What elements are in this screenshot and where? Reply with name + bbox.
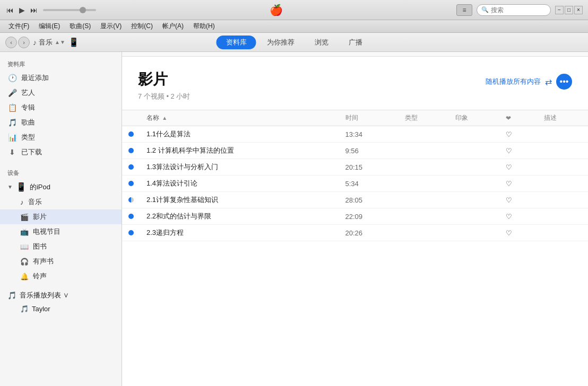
menu-item-s[interactable]: 歌曲(S) [65,21,95,32]
track-dot-cell [122,208,140,225]
sidebar-item-albums[interactable]: 📋 专辑 [0,100,122,115]
progress-bar[interactable] [43,9,96,11]
device-sub-books[interactable]: 📖 图书 [0,239,122,254]
track-heart[interactable]: ♡ [499,192,537,208]
minimize-button[interactable]: − [555,6,564,14]
track-dot [128,131,134,137]
nav-category: ♪ 音乐 ▲▼ [33,38,65,47]
ipod-icon: 📱 [16,182,27,192]
tab-资料库[interactable]: 资料库 [217,36,256,49]
track-heart[interactable]: ♡ [499,126,537,143]
track-name: 2.1计算复杂性基础知识 [140,192,339,208]
menu-item-a[interactable]: 帐户(A) [158,21,188,32]
device-sub-movies[interactable]: 🎬 影片 [0,209,122,224]
music-icon: ♪ [33,38,37,47]
device-tv-icon: 📺 [20,228,29,236]
search-input[interactable] [491,6,546,14]
genre-icon: 📊 [7,133,17,142]
shuffle-icon[interactable]: ⇄ [545,77,552,87]
sidebar-label-artists: 艺人 [21,88,35,98]
track-heart[interactable]: ♡ [499,225,537,241]
track-table: 名称 ▲ 时间 类型 印象 ❤ 描述 1.1什么是算法13:34♡1.2 计算机… [122,110,588,241]
track-desc [538,143,588,159]
track-type [399,192,449,208]
back-arrow[interactable]: ‹ [5,37,17,48]
tab-bar: 资料库为你推荐浏览广播 [217,36,372,49]
track-dot-cell [122,159,140,176]
track-impression [449,159,499,176]
table-row[interactable]: 2.2和式的估计与界限22:09♡ [122,208,588,225]
sidebar-label-genres: 类型 [21,133,35,142]
track-dot [128,214,134,219]
forward-arrow[interactable]: › [18,37,30,48]
device-expand-arrow: ▼ [7,184,13,190]
main-layout: 资料库 🕐 最近添加 🎤 艺人 📋 专辑 🎵 歌曲 📊 类型 ⬇ 已下载 设备 … [0,52,588,386]
track-dot [128,197,134,203]
table-row[interactable]: 1.3算法设计与分析入门20:15♡ [122,159,588,176]
menu-item-f[interactable]: 文件(F) [4,21,33,32]
album-icon: 📋 [7,103,17,112]
menu-item-c[interactable]: 控制(C) [127,21,157,32]
list-view-button[interactable]: ≡ [456,4,472,16]
tab-浏览[interactable]: 浏览 [305,36,338,49]
more-button[interactable]: ••• [556,74,572,90]
sidebar-label-recent: 最近添加 [21,73,49,83]
track-heart[interactable]: ♡ [499,143,537,159]
track-desc [538,159,588,176]
track-desc [538,176,588,192]
maximize-button[interactable]: □ [565,6,573,14]
track-name: 1.3算法设计与分析入门 [140,159,339,176]
rewind-button[interactable]: ⏮ [5,6,15,14]
shuffle-label[interactable]: 随机播放所有内容 [486,77,541,86]
sidebar-item-songs[interactable]: 🎵 歌曲 [0,115,122,130]
track-duration: 5:34 [339,176,399,192]
sidebar-label-albums: 专辑 [21,103,35,112]
social-sub-taylor[interactable]: 🎵 Taylor [0,303,122,315]
sidebar-item-recent[interactable]: 🕐 最近添加 [0,71,122,85]
sidebar-item-downloaded[interactable]: ⬇ 已下载 [0,145,122,160]
taylor-icon: 🎵 [20,305,29,313]
sidebar-item-genres[interactable]: 📊 类型 [0,130,122,145]
close-button[interactable]: × [574,6,583,14]
track-duration: 22:09 [339,208,399,225]
track-heart[interactable]: ♡ [499,176,537,192]
menu-item-e[interactable]: 编辑(E) [34,21,64,32]
table-row[interactable]: 2.1计算复杂性基础知识28:05♡ [122,192,588,208]
category-sort-arrows[interactable]: ▲▼ [55,40,65,45]
title-bar-left: ⏮ ▶ ⏭ [5,6,96,14]
device-row[interactable]: ▼ 📱 的iPod [0,179,122,195]
table-row[interactable]: 1.2 计算机科学中算法的位置9:56♡ [122,143,588,159]
play-button[interactable]: ▶ [18,6,26,14]
device-sub-tvshows[interactable]: 📺 电视节目 [0,224,122,239]
songs-icon: 🎵 [7,118,17,127]
social-row[interactable]: 🎵 音乐播放列表 ∨ [0,288,122,303]
menu-item-v[interactable]: 显示(V) [96,21,126,32]
recent-icon: 🕐 [7,74,17,82]
content-actions: 随机播放所有内容 ⇄ ••• [486,74,572,90]
category-label: 音乐 [39,38,53,47]
search-icon: 🔍 [481,6,489,13]
apple-logo: 🍎 [270,4,283,16]
th-dot [122,110,140,126]
sidebar-item-artists[interactable]: 🎤 艺人 [0,85,122,100]
track-duration: 28:05 [339,192,399,208]
device-sub-music[interactable]: ♪ 音乐 [0,195,122,209]
th-type: 类型 [399,110,449,126]
table-row[interactable]: 2.3递归方程20:26♡ [122,225,588,241]
track-heart[interactable]: ♡ [499,159,537,176]
track-name: 2.3递归方程 [140,225,339,241]
track-heart[interactable]: ♡ [499,208,537,225]
nav-bar: ‹ › ♪ 音乐 ▲▼ 📱 资料库为你推荐浏览广播 [0,33,588,52]
th-name[interactable]: 名称 ▲ [140,110,339,126]
device-ringtones-label: 铃声 [33,271,47,281]
device-sub-ringtones[interactable]: 🔔 铃声 [0,269,122,284]
device-sub-audiobooks[interactable]: 🎧 有声书 [0,254,122,269]
fastforward-button[interactable]: ⏭ [29,6,39,14]
track-impression [449,126,499,143]
device-tv-label: 电视节目 [33,227,60,236]
table-row[interactable]: 1.1什么是算法13:34♡ [122,126,588,143]
tab-为你推荐[interactable]: 为你推荐 [257,36,304,49]
tab-广播[interactable]: 广播 [339,36,372,49]
menu-item-h[interactable]: 帮助(H) [189,21,219,32]
table-row[interactable]: 1.4算法设计引论5:34♡ [122,176,588,192]
